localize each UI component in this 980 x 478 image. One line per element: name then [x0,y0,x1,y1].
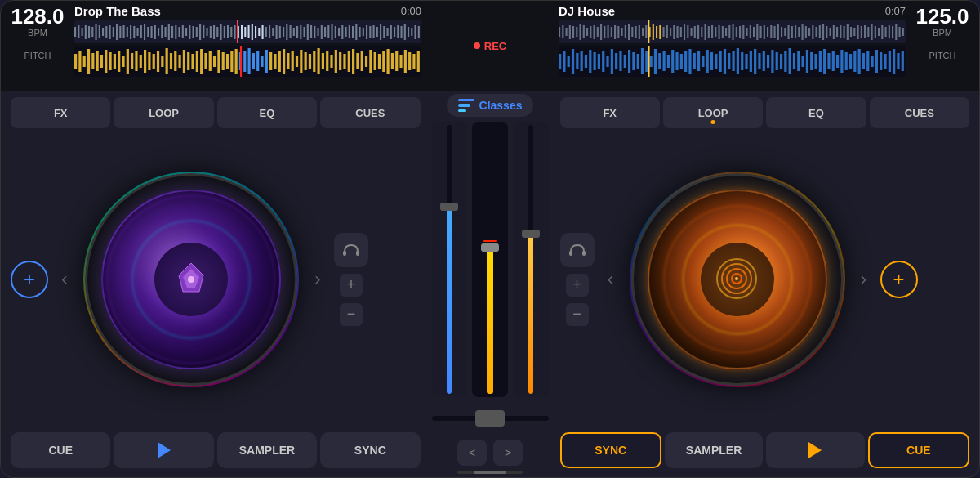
left-fx-button[interactable]: FX [11,97,110,128]
svg-rect-296 [598,54,600,69]
svg-rect-327 [733,51,735,71]
svg-rect-233 [725,28,727,36]
svg-rect-84 [363,28,364,36]
right-plus-button[interactable]: + [566,274,589,297]
svg-rect-334 [763,51,765,71]
right-eq-button[interactable]: EQ [766,97,866,128]
svg-rect-335 [767,55,769,68]
scroll-thumb[interactable] [474,471,506,474]
right-pitch-up[interactable]: › [854,270,874,289]
right-fx-button[interactable]: FX [560,97,660,128]
svg-rect-44 [224,26,225,38]
svg-rect-119 [144,50,146,73]
svg-rect-152 [283,49,285,74]
svg-rect-174 [378,54,381,69]
svg-rect-157 [305,52,307,70]
left-fader-track[interactable] [447,125,452,394]
svg-rect-360 [875,50,878,73]
nav-next-button[interactable]: > [493,440,523,466]
right-cue-button[interactable]: CUE [868,432,969,468]
svg-rect-42 [216,27,218,37]
left-loop-button[interactable]: LOOP [114,97,213,128]
svg-rect-2 [78,25,79,38]
svg-rect-231 [719,25,720,39]
svg-rect-322 [710,52,713,70]
left-pitch-down[interactable]: ‹ [55,270,74,289]
svg-rect-178 [395,51,398,71]
right-cues-button[interactable]: CUES [870,97,969,128]
bpm-right: 125.0 BPM PITCH [906,1,979,91]
svg-rect-106 [87,49,90,74]
svg-rect-216 [666,25,668,38]
right-fader-track[interactable] [528,125,533,394]
crossfader-track[interactable] [432,416,549,421]
rec-indicator: REC [474,40,506,52]
svg-rect-201 [614,25,616,39]
svg-rect-123 [161,56,163,67]
classes-label: Classes [479,99,523,112]
svg-rect-238 [742,25,744,39]
right-waveform-overview[interactable] [559,20,906,43]
left-pitch-up[interactable]: › [308,270,327,289]
svg-rect-374 [582,251,586,256]
left-plus-button[interactable]: + [340,274,363,297]
svg-rect-190 [576,27,577,37]
svg-rect-136 [217,50,220,73]
crossfader-handle[interactable] [475,410,505,427]
svg-rect-59 [276,25,278,39]
svg-rect-135 [213,56,216,67]
right-sync-button[interactable]: SYNC [560,432,662,468]
svg-rect-107 [91,53,94,69]
svg-rect-214 [659,25,661,39]
svg-rect-202 [617,26,619,38]
bpm-value-left: 128.0 [11,6,64,27]
right-waveform-detail[interactable] [559,46,906,77]
left-sampler-button[interactable]: SAMPLER [217,432,317,468]
svg-rect-19 [137,28,139,36]
svg-rect-323 [715,54,717,69]
svg-rect-343 [802,56,804,67]
svg-rect-28 [168,24,170,40]
left-cues-button[interactable]: CUES [320,97,420,128]
left-play-button[interactable] [114,432,213,468]
left-eq-button[interactable]: EQ [217,97,317,128]
svg-rect-16 [127,27,128,37]
svg-rect-49 [241,25,243,39]
left-headphone-button[interactable] [334,233,368,267]
left-sync-button[interactable]: SYNC [320,432,420,468]
right-add-button[interactable]: + [880,261,918,298]
left-cue-button[interactable]: CUE [11,432,110,468]
svg-rect-365 [897,53,899,69]
svg-rect-87 [373,25,375,38]
svg-rect-99 [415,25,416,39]
svg-rect-159 [313,51,315,72]
svg-rect-93 [394,27,395,37]
right-play-button[interactable] [766,432,864,468]
svg-rect-259 [816,27,817,37]
right-sampler-button[interactable]: SAMPLER [665,432,763,468]
left-add-button[interactable]: + [11,261,48,298]
svg-rect-91 [387,28,389,36]
classes-button[interactable]: Classes [447,94,534,117]
svg-rect-312 [667,55,670,68]
left-turntable[interactable] [81,169,301,390]
left-waveform-detail[interactable] [74,46,421,77]
svg-rect-78 [341,25,343,39]
right-loop-button[interactable]: LOOP [663,97,763,128]
svg-rect-336 [771,50,773,73]
svg-rect-338 [780,54,782,69]
svg-rect-170 [361,51,363,71]
right-headphone-button[interactable] [560,233,595,267]
svg-rect-186 [562,25,564,38]
svg-rect-26 [161,25,163,38]
right-turntable[interactable] [627,169,848,390]
nav-prev-button[interactable]: < [457,440,487,466]
right-minus-button[interactable]: − [566,303,589,326]
right-pitch-down[interactable]: ‹ [601,270,621,289]
svg-rect-163 [330,55,332,68]
svg-rect-62 [286,24,287,40]
left-waveform-overview[interactable] [74,20,421,43]
left-minus-button[interactable]: − [340,303,363,326]
svg-rect-11 [109,25,111,39]
master-fader-track[interactable] [487,125,493,394]
